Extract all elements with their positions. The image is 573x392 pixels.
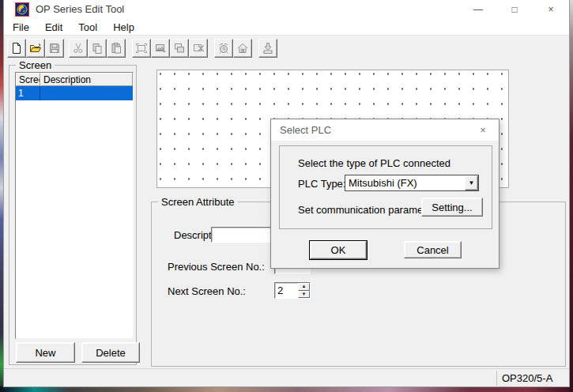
screen-frame-button bbox=[132, 39, 151, 58]
scissors-icon bbox=[72, 42, 85, 55]
row-screen-no: 1 bbox=[16, 86, 40, 100]
ok-button[interactable]: OK bbox=[310, 241, 367, 259]
status-device-model: OP320/5-A bbox=[502, 372, 552, 384]
copy-button bbox=[88, 39, 107, 58]
copy-pages-icon bbox=[91, 42, 104, 55]
window-title: OP Series Edit Tool bbox=[36, 3, 124, 15]
delete-screen-list-button[interactable]: Delete bbox=[81, 342, 140, 363]
screen-attribute-label: Screen Attribute bbox=[158, 196, 238, 208]
next-screen-spinner[interactable]: 2 ▲ ▼ bbox=[274, 282, 311, 299]
alarm-button bbox=[214, 39, 233, 58]
app-globe-icon bbox=[15, 2, 29, 17]
maximize-button[interactable]: □ bbox=[496, 0, 533, 19]
download-to-device-icon bbox=[262, 42, 274, 55]
next-screen-value: 2 bbox=[275, 283, 298, 298]
toolbar bbox=[4, 36, 569, 59]
cascade-windows-icon bbox=[173, 42, 186, 55]
open-button[interactable] bbox=[26, 39, 45, 58]
clipboard-icon bbox=[110, 42, 123, 55]
select-plc-dialog: Select PLC × Select the type of PLC conn… bbox=[270, 119, 499, 269]
floppy-disk-icon bbox=[48, 42, 61, 55]
menu-bar: File Edit Tool Help bbox=[4, 19, 569, 36]
screen-list-table: Scree Description 1 bbox=[15, 72, 134, 339]
desktop-bottom-strip bbox=[0, 386, 573, 392]
delete-screen-button-label: Delete bbox=[96, 347, 126, 359]
cancel-button-label: Cancel bbox=[417, 244, 448, 256]
new-screen-button[interactable]: New bbox=[16, 342, 75, 363]
plc-type-value: Mitsubishi (FX) bbox=[345, 175, 465, 190]
menu-edit[interactable]: Edit bbox=[37, 20, 70, 35]
title-bar[interactable]: OP Series Edit Tool — □ × bbox=[4, 0, 569, 19]
save-button bbox=[45, 39, 64, 58]
next-screen-label: Next Screen No.: bbox=[168, 285, 246, 297]
dialog-title-bar[interactable]: Select PLC × bbox=[271, 119, 499, 141]
paste-button bbox=[107, 39, 126, 58]
dialog-close-button[interactable]: × bbox=[467, 119, 499, 141]
close-button[interactable]: × bbox=[533, 0, 569, 19]
plc-prompt: Select the type of PLC connected bbox=[298, 157, 450, 169]
crossed-screen-icon bbox=[192, 42, 205, 55]
screen-frame-icon bbox=[135, 42, 148, 55]
screen-group: Screen Scree Description 1 New Delete bbox=[9, 65, 137, 365]
setting-button[interactable]: Setting... bbox=[421, 198, 483, 217]
house-icon bbox=[236, 42, 249, 55]
cancel-button[interactable]: Cancel bbox=[404, 241, 462, 258]
setting-button-label: Setting... bbox=[432, 202, 472, 213]
ok-button-label: OK bbox=[331, 244, 346, 256]
previous-screen-label: Previous Screen No.: bbox=[168, 261, 265, 273]
delete-screen-button bbox=[189, 39, 208, 58]
new-page-icon bbox=[10, 42, 23, 55]
plc-type-label: PLC Type: bbox=[298, 178, 345, 190]
plc-type-combobox[interactable]: Mitsubishi (FX) ▼ bbox=[345, 175, 479, 191]
screen-group-label: Screen bbox=[16, 59, 55, 71]
download-button bbox=[258, 39, 277, 58]
cascade-button bbox=[170, 39, 189, 58]
menu-tool[interactable]: Tool bbox=[70, 20, 105, 35]
desktop-background: OP Series Edit Tool — □ × File Edit Tool… bbox=[0, 0, 573, 392]
cut-button bbox=[69, 39, 88, 58]
status-separator bbox=[496, 371, 497, 386]
picture-icon bbox=[154, 42, 167, 55]
minimize-button[interactable]: — bbox=[460, 0, 496, 19]
op-edit-tool-window: OP Series Edit Tool — □ × File Edit Tool… bbox=[3, 0, 570, 387]
table-row[interactable]: 1 bbox=[16, 86, 133, 100]
menu-file[interactable]: File bbox=[5, 20, 37, 35]
desktop-right-strip bbox=[570, 0, 573, 392]
home-button bbox=[233, 39, 252, 58]
dialog-title: Select PLC bbox=[280, 124, 331, 136]
bitmap-button bbox=[151, 39, 170, 58]
status-bar: OP320/5-A bbox=[4, 368, 569, 386]
row-description bbox=[40, 86, 133, 100]
column-header-screen[interactable]: Scree bbox=[16, 73, 40, 86]
table-header: Scree Description bbox=[16, 73, 133, 86]
comm-param-label: Set communication parameter bbox=[298, 204, 435, 216]
menu-help[interactable]: Help bbox=[105, 20, 142, 35]
column-header-description[interactable]: Description bbox=[40, 73, 133, 86]
new-button[interactable] bbox=[7, 39, 26, 58]
spin-down-icon[interactable]: ▼ bbox=[298, 291, 310, 299]
new-screen-button-label: New bbox=[35, 347, 55, 359]
dropdown-arrow-icon[interactable]: ▼ bbox=[465, 175, 478, 190]
alarm-clock-icon bbox=[217, 42, 230, 55]
open-folder-icon bbox=[29, 42, 42, 55]
spin-up-icon[interactable]: ▲ bbox=[298, 283, 310, 291]
